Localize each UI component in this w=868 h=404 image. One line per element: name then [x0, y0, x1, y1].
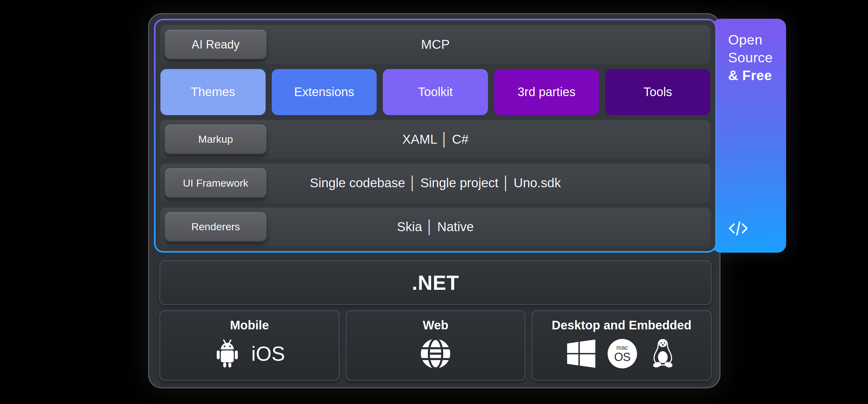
mcp-label: MCP: [421, 37, 450, 52]
stack-rows: AI Ready MCP Themes Extensions Toolkit 3…: [155, 20, 715, 251]
android-icon: [214, 338, 241, 370]
uno-platform-architecture-diagram: Open Source & Free AI Ready MCP Themes: [0, 0, 868, 404]
ios-label: iOS: [251, 344, 285, 364]
ai-ready-label: AI Ready: [192, 38, 240, 51]
extensions-label: Extensions: [294, 85, 354, 99]
feature-buttons-row: Themes Extensions Toolkit 3rd parties To…: [160, 69, 710, 115]
macos-icon: mac OS: [608, 339, 637, 368]
code-icon: [728, 220, 748, 237]
third-parties-label: 3rd parties: [518, 85, 576, 99]
toolkit-button: Toolkit: [383, 69, 488, 115]
renderers-badge-label: Renderers: [191, 221, 240, 233]
ui-framework-badge: UI Framework: [165, 168, 267, 198]
web-box: Web: [346, 310, 526, 381]
renderers-row: Renderers Skia │ Native: [160, 207, 710, 247]
ui-framework-badge-label: UI Framework: [183, 177, 248, 189]
open-source-panel: Open Source & Free: [712, 19, 786, 253]
stack-container: AI Ready MCP Themes Extensions Toolkit 3…: [154, 19, 717, 253]
markup-row: Markup XAML │ C#: [160, 120, 710, 159]
web-title: Web: [423, 318, 448, 332]
mcp-row: AI Ready MCP: [160, 25, 710, 64]
toolkit-label: Toolkit: [418, 85, 453, 99]
markup-badge: Markup: [165, 125, 267, 154]
panel-title-line-3: & Free: [728, 67, 781, 84]
macos-text-top: mac: [617, 344, 628, 351]
platforms-row: Mobile iOS Web: [159, 310, 712, 381]
markup-badge-label: Markup: [198, 133, 233, 145]
dotnet-label: .NET: [412, 271, 459, 294]
windows-icon: [567, 340, 595, 368]
markup-row-label: XAML │ C#: [402, 132, 468, 147]
globe-icon: [420, 338, 452, 370]
macos-text-bottom: OS: [614, 351, 630, 363]
themes-label: Themes: [191, 85, 235, 99]
mobile-box: Mobile iOS: [159, 310, 340, 381]
ui-framework-row-label: Single codebase │ Single project │ Uno.s…: [310, 176, 561, 190]
desktop-embedded-title: Desktop and Embedded: [552, 318, 692, 332]
tools-label: Tools: [644, 85, 672, 99]
panel-title-line-1: Open: [728, 31, 781, 49]
open-source-title: Open Source & Free: [728, 31, 781, 84]
mobile-title: Mobile: [230, 318, 269, 332]
mobile-icons: iOS: [214, 332, 285, 375]
desktop-embedded-box: Desktop and Embedded mac OS: [531, 310, 712, 381]
linux-tux-icon: [649, 338, 676, 370]
ai-ready-badge: AI Ready: [165, 30, 267, 59]
tools-button: Tools: [605, 69, 710, 115]
themes-button: Themes: [160, 69, 266, 115]
ui-framework-row: UI Framework Single codebase │ Single pr…: [160, 164, 710, 203]
desktop-icons: mac OS: [567, 332, 676, 375]
renderers-badge: Renderers: [165, 212, 267, 241]
panel-title-line-2: Source: [728, 49, 781, 67]
web-icons: [420, 332, 452, 375]
renderers-row-label: Skia │ Native: [397, 220, 473, 234]
third-parties-button: 3rd parties: [494, 69, 599, 115]
extensions-button: Extensions: [272, 69, 377, 115]
dotnet-bar: .NET: [159, 260, 712, 305]
